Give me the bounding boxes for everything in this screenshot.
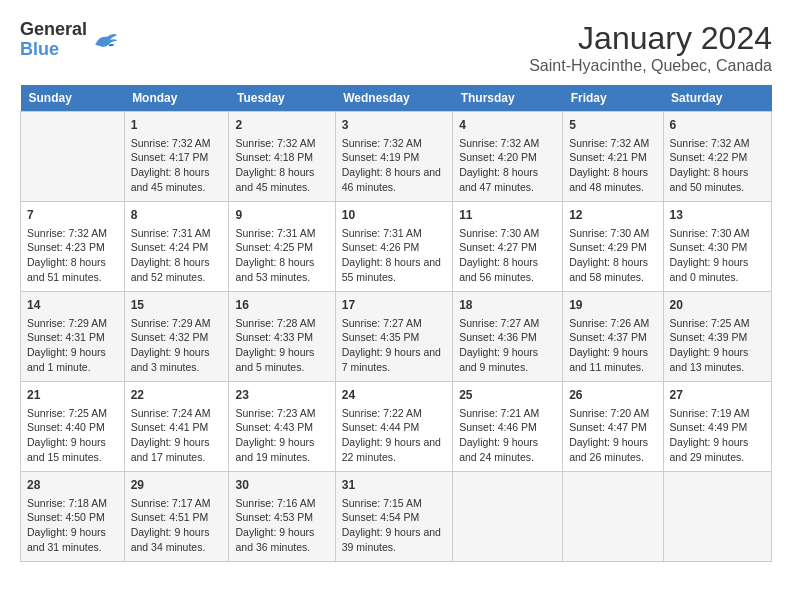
calendar-cell: 20Sunrise: 7:25 AMSunset: 4:39 PMDayligh… (663, 292, 771, 382)
day-number: 12 (569, 207, 656, 224)
calendar-cell: 9Sunrise: 7:31 AMSunset: 4:25 PMDaylight… (229, 202, 335, 292)
weekday-header-thursday: Thursday (453, 85, 563, 112)
day-info: Sunrise: 7:28 AMSunset: 4:33 PMDaylight:… (235, 316, 328, 375)
calendar-cell: 29Sunrise: 7:17 AMSunset: 4:51 PMDayligh… (124, 472, 229, 562)
weekday-header-wednesday: Wednesday (335, 85, 452, 112)
day-number: 27 (670, 387, 765, 404)
calendar-cell: 7Sunrise: 7:32 AMSunset: 4:23 PMDaylight… (21, 202, 125, 292)
calendar-cell: 16Sunrise: 7:28 AMSunset: 4:33 PMDayligh… (229, 292, 335, 382)
calendar-cell: 27Sunrise: 7:19 AMSunset: 4:49 PMDayligh… (663, 382, 771, 472)
calendar-cell: 3Sunrise: 7:32 AMSunset: 4:19 PMDaylight… (335, 112, 452, 202)
day-info: Sunrise: 7:27 AMSunset: 4:36 PMDaylight:… (459, 316, 556, 375)
day-info: Sunrise: 7:32 AMSunset: 4:17 PMDaylight:… (131, 136, 223, 195)
calendar-cell: 24Sunrise: 7:22 AMSunset: 4:44 PMDayligh… (335, 382, 452, 472)
day-info: Sunrise: 7:19 AMSunset: 4:49 PMDaylight:… (670, 406, 765, 465)
day-info: Sunrise: 7:31 AMSunset: 4:24 PMDaylight:… (131, 226, 223, 285)
calendar-week-row: 21Sunrise: 7:25 AMSunset: 4:40 PMDayligh… (21, 382, 772, 472)
calendar-cell: 22Sunrise: 7:24 AMSunset: 4:41 PMDayligh… (124, 382, 229, 472)
calendar-cell (563, 472, 663, 562)
calendar-cell: 13Sunrise: 7:30 AMSunset: 4:30 PMDayligh… (663, 202, 771, 292)
day-info: Sunrise: 7:30 AMSunset: 4:27 PMDaylight:… (459, 226, 556, 285)
weekday-header-sunday: Sunday (21, 85, 125, 112)
day-info: Sunrise: 7:17 AMSunset: 4:51 PMDaylight:… (131, 496, 223, 555)
calendar-cell: 21Sunrise: 7:25 AMSunset: 4:40 PMDayligh… (21, 382, 125, 472)
day-info: Sunrise: 7:30 AMSunset: 4:29 PMDaylight:… (569, 226, 656, 285)
calendar-cell: 10Sunrise: 7:31 AMSunset: 4:26 PMDayligh… (335, 202, 452, 292)
day-info: Sunrise: 7:31 AMSunset: 4:26 PMDaylight:… (342, 226, 446, 285)
day-number: 26 (569, 387, 656, 404)
day-info: Sunrise: 7:32 AMSunset: 4:18 PMDaylight:… (235, 136, 328, 195)
calendar-cell: 31Sunrise: 7:15 AMSunset: 4:54 PMDayligh… (335, 472, 452, 562)
day-info: Sunrise: 7:29 AMSunset: 4:31 PMDaylight:… (27, 316, 118, 375)
day-info: Sunrise: 7:31 AMSunset: 4:25 PMDaylight:… (235, 226, 328, 285)
calendar-cell (663, 472, 771, 562)
logo-bird-icon (91, 29, 119, 51)
weekday-header-row: SundayMondayTuesdayWednesdayThursdayFrid… (21, 85, 772, 112)
day-info: Sunrise: 7:32 AMSunset: 4:20 PMDaylight:… (459, 136, 556, 195)
day-number: 9 (235, 207, 328, 224)
day-number: 28 (27, 477, 118, 494)
day-number: 22 (131, 387, 223, 404)
calendar-cell: 2Sunrise: 7:32 AMSunset: 4:18 PMDaylight… (229, 112, 335, 202)
day-number: 23 (235, 387, 328, 404)
day-number: 29 (131, 477, 223, 494)
day-number: 25 (459, 387, 556, 404)
page-header: General Blue January 2024 Saint-Hyacinth… (20, 20, 772, 75)
day-number: 20 (670, 297, 765, 314)
calendar-week-row: 7Sunrise: 7:32 AMSunset: 4:23 PMDaylight… (21, 202, 772, 292)
calendar-cell: 18Sunrise: 7:27 AMSunset: 4:36 PMDayligh… (453, 292, 563, 382)
day-info: Sunrise: 7:25 AMSunset: 4:39 PMDaylight:… (670, 316, 765, 375)
weekday-header-saturday: Saturday (663, 85, 771, 112)
day-info: Sunrise: 7:32 AMSunset: 4:21 PMDaylight:… (569, 136, 656, 195)
day-number: 8 (131, 207, 223, 224)
day-info: Sunrise: 7:32 AMSunset: 4:19 PMDaylight:… (342, 136, 446, 195)
day-info: Sunrise: 7:30 AMSunset: 4:30 PMDaylight:… (670, 226, 765, 285)
day-info: Sunrise: 7:27 AMSunset: 4:35 PMDaylight:… (342, 316, 446, 375)
calendar-cell: 4Sunrise: 7:32 AMSunset: 4:20 PMDaylight… (453, 112, 563, 202)
weekday-header-monday: Monday (124, 85, 229, 112)
calendar-cell: 17Sunrise: 7:27 AMSunset: 4:35 PMDayligh… (335, 292, 452, 382)
page-title: January 2024 (529, 20, 772, 57)
calendar-cell: 5Sunrise: 7:32 AMSunset: 4:21 PMDaylight… (563, 112, 663, 202)
calendar-cell: 30Sunrise: 7:16 AMSunset: 4:53 PMDayligh… (229, 472, 335, 562)
day-number: 7 (27, 207, 118, 224)
logo-general: General (20, 20, 87, 40)
calendar-cell: 1Sunrise: 7:32 AMSunset: 4:17 PMDaylight… (124, 112, 229, 202)
day-info: Sunrise: 7:29 AMSunset: 4:32 PMDaylight:… (131, 316, 223, 375)
day-info: Sunrise: 7:26 AMSunset: 4:37 PMDaylight:… (569, 316, 656, 375)
day-info: Sunrise: 7:24 AMSunset: 4:41 PMDaylight:… (131, 406, 223, 465)
day-number: 10 (342, 207, 446, 224)
day-info: Sunrise: 7:23 AMSunset: 4:43 PMDaylight:… (235, 406, 328, 465)
day-info: Sunrise: 7:32 AMSunset: 4:23 PMDaylight:… (27, 226, 118, 285)
calendar-cell: 8Sunrise: 7:31 AMSunset: 4:24 PMDaylight… (124, 202, 229, 292)
weekday-header-tuesday: Tuesday (229, 85, 335, 112)
calendar-cell: 15Sunrise: 7:29 AMSunset: 4:32 PMDayligh… (124, 292, 229, 382)
day-number: 4 (459, 117, 556, 134)
day-info: Sunrise: 7:22 AMSunset: 4:44 PMDaylight:… (342, 406, 446, 465)
day-number: 14 (27, 297, 118, 314)
day-number: 19 (569, 297, 656, 314)
day-info: Sunrise: 7:32 AMSunset: 4:22 PMDaylight:… (670, 136, 765, 195)
day-number: 6 (670, 117, 765, 134)
calendar-cell: 25Sunrise: 7:21 AMSunset: 4:46 PMDayligh… (453, 382, 563, 472)
page-subtitle: Saint-Hyacinthe, Quebec, Canada (529, 57, 772, 75)
day-number: 13 (670, 207, 765, 224)
calendar-week-row: 28Sunrise: 7:18 AMSunset: 4:50 PMDayligh… (21, 472, 772, 562)
day-info: Sunrise: 7:18 AMSunset: 4:50 PMDaylight:… (27, 496, 118, 555)
day-info: Sunrise: 7:20 AMSunset: 4:47 PMDaylight:… (569, 406, 656, 465)
day-number: 16 (235, 297, 328, 314)
calendar-cell: 14Sunrise: 7:29 AMSunset: 4:31 PMDayligh… (21, 292, 125, 382)
calendar-week-row: 14Sunrise: 7:29 AMSunset: 4:31 PMDayligh… (21, 292, 772, 382)
calendar-cell (453, 472, 563, 562)
day-number: 31 (342, 477, 446, 494)
calendar-cell: 23Sunrise: 7:23 AMSunset: 4:43 PMDayligh… (229, 382, 335, 472)
day-number: 1 (131, 117, 223, 134)
calendar-cell: 19Sunrise: 7:26 AMSunset: 4:37 PMDayligh… (563, 292, 663, 382)
calendar-cell: 11Sunrise: 7:30 AMSunset: 4:27 PMDayligh… (453, 202, 563, 292)
day-number: 3 (342, 117, 446, 134)
day-number: 30 (235, 477, 328, 494)
day-number: 15 (131, 297, 223, 314)
title-block: January 2024 Saint-Hyacinthe, Quebec, Ca… (529, 20, 772, 75)
day-info: Sunrise: 7:25 AMSunset: 4:40 PMDaylight:… (27, 406, 118, 465)
calendar-cell: 6Sunrise: 7:32 AMSunset: 4:22 PMDaylight… (663, 112, 771, 202)
